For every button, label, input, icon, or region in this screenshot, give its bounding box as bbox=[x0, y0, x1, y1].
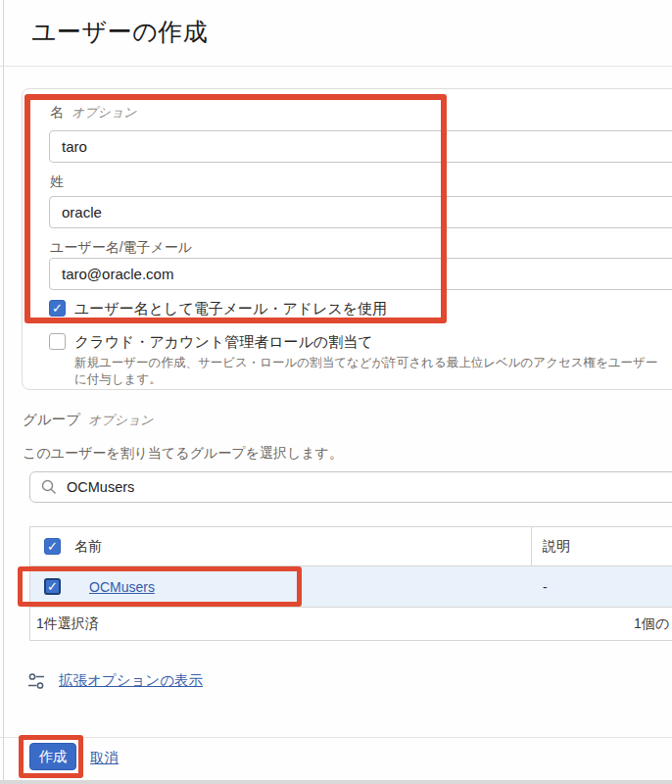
check-icon: ✓ bbox=[52, 302, 63, 315]
advanced-options: 拡張オプションの表示 bbox=[27, 671, 203, 690]
row-checkbox[interactable]: ✓ bbox=[44, 578, 61, 595]
sliders-icon bbox=[27, 672, 46, 690]
first-name-input[interactable]: taro bbox=[49, 130, 672, 163]
create-user-page: ユーザーの作成 名オプション taro 姓 oracle ユーザー名/電子メール… bbox=[0, 0, 672, 784]
admin-role-description: 新規ユーザーの作成、サービス・ロールの割当てなどが許可される最上位レベルのアクセ… bbox=[74, 355, 662, 388]
selected-count: 1件選択済 bbox=[36, 615, 99, 633]
optional-hint: オプション bbox=[72, 105, 137, 120]
group-name-link[interactable]: OCMusers bbox=[74, 579, 155, 595]
last-name-label: 姓 bbox=[50, 173, 64, 191]
check-icon: ✓ bbox=[47, 540, 58, 553]
cancel-link[interactable]: 取消 bbox=[90, 749, 119, 767]
group-search-input[interactable]: OCMusers bbox=[29, 471, 672, 503]
last-name-input[interactable]: oracle bbox=[49, 196, 672, 228]
page-title: ユーザーの作成 bbox=[31, 16, 208, 48]
footer-divider bbox=[0, 737, 672, 738]
create-button[interactable]: 作成 bbox=[29, 743, 76, 770]
row-description: - bbox=[543, 579, 548, 595]
column-header-description: 説明 bbox=[543, 538, 570, 554]
header-divider bbox=[0, 66, 672, 67]
optional-hint: オプション bbox=[88, 413, 154, 427]
panel-left-border bbox=[3, 0, 4, 780]
groups-description: このユーザーを割り当てるグループを選択します。 bbox=[23, 445, 343, 463]
email-input[interactable]: taro@oracle.com bbox=[49, 258, 672, 290]
first-name-label: 名オプション bbox=[50, 104, 137, 122]
group-search-value: OCMusers bbox=[67, 479, 134, 495]
admin-role-checkbox[interactable] bbox=[49, 333, 66, 350]
window-bottom-edge bbox=[0, 780, 672, 784]
check-icon: ✓ bbox=[47, 580, 58, 593]
select-all-checkbox[interactable]: ✓ bbox=[44, 538, 61, 555]
item-count: 1個の bbox=[634, 615, 669, 633]
column-header-name: 名前 bbox=[74, 538, 102, 556]
use-email-checkbox-label: ユーザー名として電子メール・アドレスを使用 bbox=[74, 300, 387, 318]
groups-label: グループオプション bbox=[23, 411, 154, 429]
table-header-row: ✓ 名前 説明 bbox=[30, 527, 672, 566]
groups-table: ✓ 名前 説明 ✓ OCMusers - 1件選択済 bbox=[29, 526, 672, 641]
admin-role-checkbox-label: クラウド・アカウント管理者ロールの割当て bbox=[74, 333, 373, 352]
email-label: ユーザー名/電子メール bbox=[50, 239, 192, 257]
table-row[interactable]: ✓ OCMusers - bbox=[30, 566, 672, 608]
advanced-options-link[interactable]: 拡張オプションの表示 bbox=[59, 671, 203, 690]
table-footer: 1件選択済 1個の bbox=[30, 608, 672, 640]
search-icon bbox=[41, 479, 57, 495]
use-email-checkbox[interactable]: ✓ bbox=[49, 300, 66, 317]
